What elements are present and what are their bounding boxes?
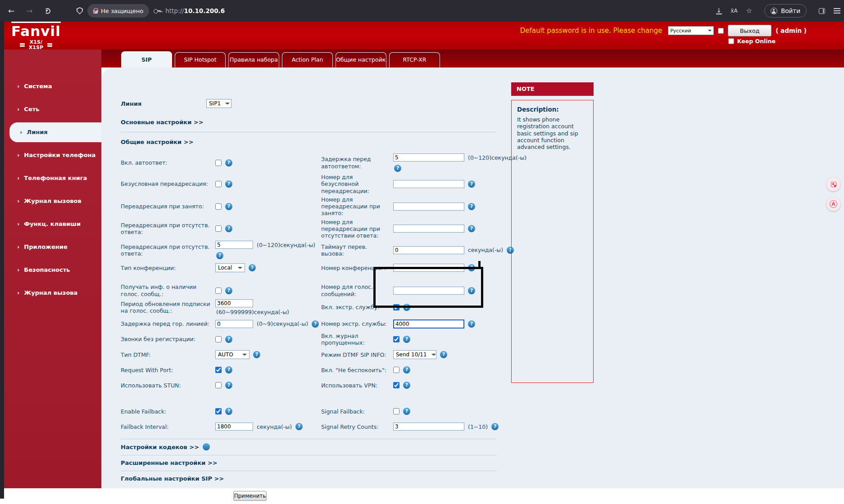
tab-rtcp-xr[interactable]: RTCP-XR [389,52,440,68]
tab-sip[interactable]: SIP [121,51,172,68]
conference-number-input[interactable] [393,264,464,272]
failback-interval-input[interactable] [215,423,253,431]
help-icon[interactable]: ? [225,159,232,166]
mwi-subscribe-period-input[interactable] [215,299,253,307]
menu-icon[interactable] [834,8,840,9]
use-vpn-checkbox[interactable] [393,382,399,388]
help-icon[interactable]: ? [468,180,475,188]
dtmf-type-select[interactable]: AUTO [215,350,250,359]
section-global-sip-settings[interactable]: Глобальные настройки SIP >> [121,475,224,482]
signal-retry-counts-input[interactable] [393,423,464,431]
busy-forward-number-input[interactable] [393,202,464,211]
bookmark-star-icon[interactable]: ☆ [746,7,752,15]
emergency-service-number-input[interactable] [393,320,464,328]
help-icon[interactable]: ? [403,408,410,415]
tab-sip-hotspot[interactable]: SIP Hotspot [175,52,226,68]
language-select[interactable]: Русский [668,26,714,35]
sidebar-item-line[interactable]: ›Линия [9,122,101,142]
auto-answer-delay-input[interactable] [393,153,464,162]
no-answer-forward-checkbox[interactable] [215,225,222,232]
sidebar-item-security[interactable]: ›Безопасность [4,258,101,281]
sidebar-item-phone-settings[interactable]: ›Настройки телефона [4,144,101,166]
logout-button[interactable]: Выход [728,25,771,36]
sidebar-item-application[interactable]: ›Приложение [4,235,101,258]
language-apply-checkbox[interactable] [718,28,724,34]
help-icon[interactable]: ? [225,366,232,374]
enable-failback-checkbox[interactable] [215,408,222,414]
dtmf-sip-info-mode-select[interactable]: Send 10/11 [393,350,436,359]
back-icon[interactable]: ← [8,6,14,15]
browser-signin-button[interactable]: Войти [764,4,807,18]
auto-answer-checkbox[interactable] [215,160,222,166]
hotline-delay-input[interactable] [215,320,253,328]
help-icon[interactable]: ? [225,203,232,210]
sidebar-item-system[interactable]: ›Система [4,75,101,98]
help-icon[interactable]: ? [491,423,499,430]
tab-dial-rules[interactable]: Правила набора [228,52,279,68]
signal-failback-checkbox[interactable] [393,408,399,414]
translate-float-button[interactable]: A [826,197,840,211]
reload-icon[interactable] [45,8,50,14]
no-answer-forward-delay-input[interactable] [215,241,253,249]
help-icon[interactable]: ? [468,203,475,210]
line-select[interactable]: SIP1 [206,99,231,108]
section-codec-settings[interactable]: Настройки кодеков >> [121,444,199,450]
help-icon[interactable]: ? [295,423,303,430]
help-icon[interactable]: ? [225,180,232,188]
help-icon[interactable]: ? [468,225,475,232]
help-icon[interactable]: ? [468,264,475,271]
conference-type-select[interactable]: Local [215,263,245,272]
voice-message-number-input[interactable] [393,287,464,295]
help-icon[interactable]: ? [440,351,447,358]
collections-float-button[interactable] [826,177,840,191]
keep-online-checkbox[interactable] [728,38,734,44]
sidebar-item-call-log[interactable]: ›Журнал вызовов [4,189,101,212]
request-with-port-checkbox[interactable] [215,367,222,373]
sidebar-item-network[interactable]: ›Сеть [4,98,101,121]
help-icon[interactable]: ? [249,264,256,271]
help-icon[interactable]: ? [216,252,223,259]
calls-without-registration-checkbox[interactable] [215,336,222,342]
mwi-subscribe-checkbox[interactable] [215,288,222,294]
help-icon[interactable]: ? [394,165,401,172]
unconditional-forward-checkbox[interactable] [215,181,222,187]
help-icon[interactable]: ? [468,320,475,328]
downloads-icon[interactable]: ↓ [716,8,722,14]
security-chip[interactable]: Не защищено [87,4,149,18]
tracking-shield-icon[interactable] [77,7,83,14]
enable-missed-call-log-checkbox[interactable] [393,336,399,342]
help-icon[interactable]: ? [225,287,232,294]
side-panel-icon[interactable] [819,8,825,14]
section-advanced-settings[interactable]: Расширенные настройки >> [121,459,218,466]
help-icon[interactable]: ? [225,382,232,389]
help-icon[interactable]: ? [225,336,232,343]
enable-emergency-service-checkbox[interactable] [393,304,399,310]
password-key-icon[interactable] [154,9,161,13]
unconditional-forward-number-input[interactable] [393,180,464,188]
use-stun-checkbox[interactable] [215,382,222,388]
help-icon[interactable]: ? [468,287,475,294]
help-icon[interactable]: ? [225,408,232,415]
sidebar-item-device-log[interactable]: ›Журнал вызова [4,281,101,304]
sidebar-item-function-keys[interactable]: ›Функц. клавиши [4,212,101,235]
busy-forward-checkbox[interactable] [215,203,222,210]
section-general-settings[interactable]: Общие настройки >> [121,139,497,145]
address-bar[interactable]: Не защищено http://10.10.200.6 [77,4,225,18]
help-icon[interactable] [203,443,210,450]
translate-page-icon[interactable]: x̄A [731,8,737,14]
tab-action-plan[interactable]: Action Plan [282,52,333,68]
help-icon[interactable]: ? [403,366,410,374]
url-text[interactable]: http://10.10.200.6 [165,7,225,14]
help-icon[interactable]: ? [253,351,260,358]
section-basic-settings[interactable]: Основные настройки >> [121,119,497,132]
tab-general-settings[interactable]: Общие настройки [336,52,386,68]
sidebar-item-phonebook[interactable]: ›Телефонная книга [4,166,101,189]
help-icon[interactable]: ? [225,225,232,232]
help-icon[interactable]: ? [403,304,410,311]
help-icon[interactable]: ? [403,336,410,343]
no-answer-forward-number-input[interactable] [393,225,464,233]
apply-button[interactable]: Применить [233,491,267,501]
help-icon[interactable]: ? [312,320,319,328]
forward-icon[interactable]: → [26,6,32,15]
enable-dnd-checkbox[interactable] [393,367,399,373]
